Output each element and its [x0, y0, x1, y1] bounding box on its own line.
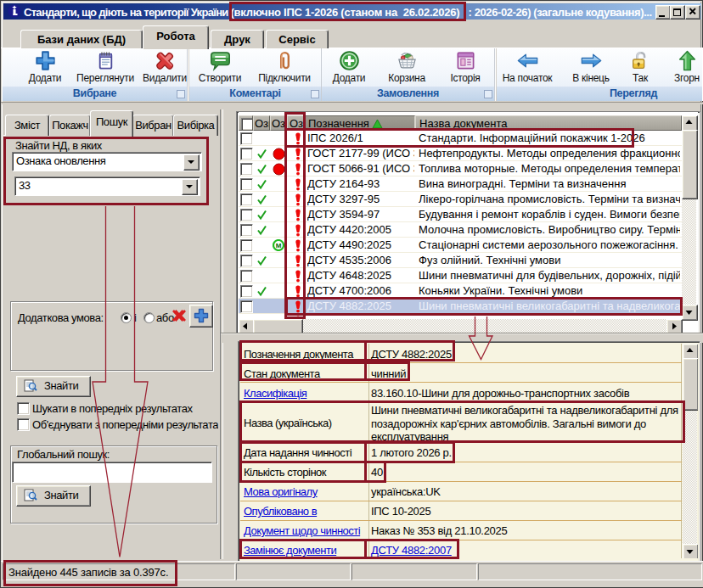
svg-text:M: M — [276, 242, 282, 249]
